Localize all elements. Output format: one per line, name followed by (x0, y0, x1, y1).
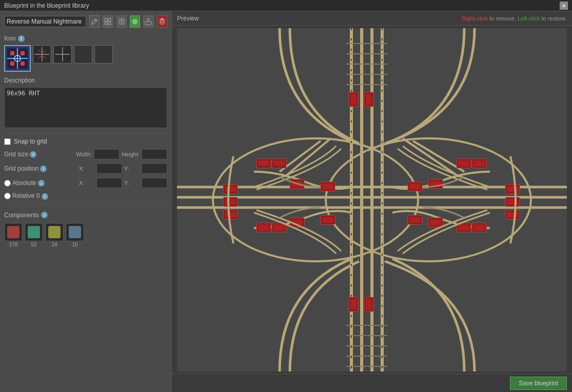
preview-hint: Right-click to remove, Left-click to res… (462, 15, 567, 22)
icon-thumb-2 (54, 46, 71, 63)
hint-right-click: Right-click (462, 15, 488, 22)
trash-icon (159, 18, 166, 25)
icon-slot-1[interactable] (33, 45, 51, 64)
name-row (4, 15, 167, 28)
toolbar-delete-button[interactable] (157, 15, 167, 28)
height-label: Height: (122, 151, 140, 157)
hint-restore-text: to restore. (540, 15, 567, 22)
icon-slot-4[interactable] (94, 45, 113, 64)
svg-point-74 (266, 166, 268, 168)
absolute-x-input[interactable] (96, 178, 122, 188)
icon-slot-2[interactable] (53, 45, 72, 64)
pos-y-label: Y: (124, 166, 140, 172)
components-area: 278522410 (4, 223, 167, 247)
component-icon-2 (45, 223, 64, 241)
icon-thumb-3 (75, 46, 91, 63)
svg-rect-92 (258, 224, 269, 231)
description-textarea[interactable]: 96x96 RHT (4, 87, 167, 128)
component-item-2: 24 (45, 223, 64, 247)
save-area: Save blueprint (172, 374, 572, 392)
svg-rect-96 (458, 160, 469, 167)
icon-thumb-4 (95, 46, 112, 63)
left-panel: Icon i (0, 11, 172, 392)
close-button[interactable]: × (560, 2, 568, 10)
icon-slot-main[interactable] (4, 45, 31, 72)
book-icon (118, 18, 125, 25)
svg-rect-112 (322, 183, 333, 190)
component-icon-1 (25, 223, 43, 241)
component-count-1: 52 (31, 242, 36, 247)
green-dot-icon (131, 18, 139, 25)
relative-radio-label: Relative 0 i (4, 192, 48, 200)
svg-rect-100 (458, 224, 469, 231)
icon-slot-3[interactable] (74, 45, 92, 64)
width-label: Width: (76, 151, 92, 157)
relative-radio[interactable] (4, 193, 11, 199)
svg-point-11 (132, 18, 138, 24)
toolbar-grid1-button[interactable] (103, 15, 113, 28)
grid-size-label: Grid size i (4, 151, 50, 158)
main-layout: Icon i (0, 11, 572, 392)
edit-name-button[interactable] (89, 15, 100, 28)
svg-rect-27 (21, 61, 25, 66)
absolute-y-input[interactable] (142, 178, 167, 188)
grid-position-info-icon: i (40, 166, 47, 172)
grid-height-input[interactable] (142, 149, 167, 159)
toolbar-book-button[interactable] (116, 15, 127, 28)
grid1-icon (104, 18, 111, 25)
svg-point-78 (282, 166, 284, 168)
component-item-3: 10 (66, 223, 84, 247)
component-icon-0 (4, 223, 23, 241)
toolbar-green-button[interactable] (130, 15, 140, 28)
svg-rect-110 (430, 219, 441, 225)
pencil-icon (91, 18, 97, 25)
svg-rect-120 (350, 94, 357, 105)
grid-pos-y-input[interactable] (142, 163, 167, 174)
blueprint-name-input[interactable] (4, 16, 86, 27)
components-info-icon: i (41, 212, 48, 218)
svg-rect-90 (507, 212, 518, 218)
preview-canvas (172, 26, 572, 374)
svg-rect-86 (507, 186, 518, 192)
svg-rect-94 (273, 224, 285, 231)
svg-point-73 (259, 166, 261, 168)
svg-rect-80 (225, 186, 236, 192)
component-icon-3 (66, 223, 84, 241)
grid-size-info-icon: i (30, 151, 36, 158)
blueprint-preview-svg (177, 28, 567, 372)
relative-info-icon: i (42, 193, 48, 200)
component-item-1: 52 (25, 223, 43, 247)
svg-rect-41 (48, 226, 61, 238)
svg-rect-118 (409, 217, 421, 223)
description-label: Description (4, 77, 167, 84)
hint-left-click: Left-click (518, 15, 540, 22)
absolute-fields: X: Y: (79, 178, 167, 188)
svg-rect-126 (366, 299, 372, 310)
grid-size-fields: Width: Height: (76, 149, 167, 159)
title-bar: Blueprint in the blueprint library × (0, 0, 572, 11)
right-panel: Preview Right-click to remove, Left-clic… (172, 11, 572, 392)
snap-to-grid-checkbox[interactable] (4, 138, 11, 145)
svg-rect-26 (10, 61, 14, 66)
icon-info-icon: i (18, 35, 25, 42)
svg-rect-43 (69, 226, 81, 238)
hint-remove-text: to remove, (488, 15, 518, 22)
grid-position-row: Grid position i X: Y: (4, 163, 167, 174)
svg-rect-124 (350, 299, 357, 310)
components-label: Components i (4, 212, 167, 219)
grid-width-input[interactable] (94, 149, 120, 159)
svg-rect-82 (225, 199, 236, 205)
preview-header: Preview Right-click to remove, Left-clic… (172, 11, 572, 26)
svg-rect-35 (95, 46, 112, 63)
svg-rect-37 (7, 226, 19, 238)
save-blueprint-button[interactable]: Save blueprint (510, 377, 567, 390)
absolute-label: Absolute i (12, 179, 45, 187)
svg-rect-122 (366, 94, 372, 105)
toolbar-export-button[interactable] (143, 15, 153, 28)
preview-label: Preview (177, 15, 199, 22)
absolute-radio[interactable] (4, 180, 11, 187)
svg-point-77 (274, 166, 277, 168)
icon-area (4, 45, 167, 72)
grid-pos-x-input[interactable] (96, 163, 122, 174)
svg-rect-116 (322, 217, 333, 223)
